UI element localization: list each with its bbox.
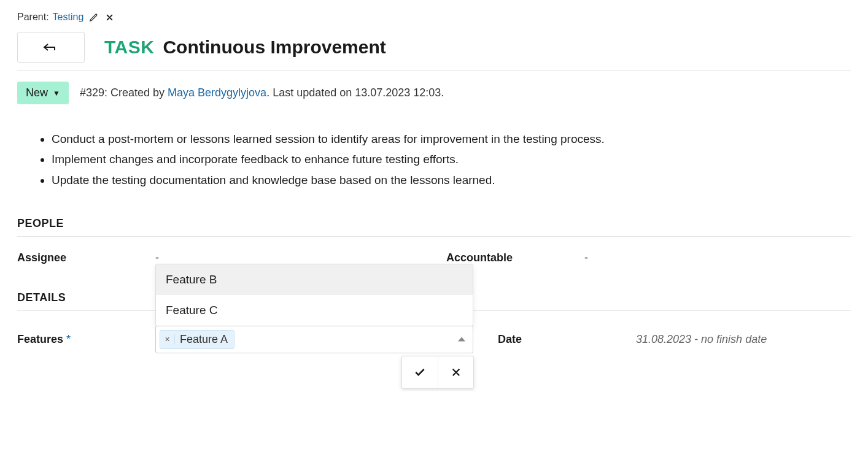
section-people-header: PEOPLE [17,217,851,237]
description: Conduct a post-mortem or lessons learned… [17,129,851,190]
features-input[interactable]: ×Feature A [155,326,473,353]
dropdown-option[interactable]: Feature C [156,295,473,326]
edit-icon[interactable] [87,11,99,23]
accountable-label: Accountable [446,251,584,264]
field-accountable[interactable]: Accountable - [446,245,851,270]
back-button[interactable] [17,32,85,63]
date-value: 31.08.2023 - no finish date [636,333,767,346]
author-link[interactable]: Maya Berdygylyjova [168,86,266,99]
features-label: Features * [17,333,155,346]
assignee-value: - [155,251,159,264]
description-item: Update the testing documentation and kno… [52,170,851,190]
status-dropdown[interactable]: New ▼ [17,82,69,104]
field-date[interactable]: Date 31.08.2023 - no finish date [498,320,851,359]
chevron-up-icon[interactable] [458,337,465,342]
chevron-down-icon: ▼ [53,89,60,98]
description-item: Conduct a post-mortem or lessons learned… [52,129,851,149]
type-badge: TASK [104,37,154,58]
chip-label: Feature A [180,333,228,346]
features-dropdown: Feature BFeature C [155,264,473,326]
page-title: Continuous Improvement [163,37,386,58]
chip-remove-icon[interactable]: × [164,334,175,344]
close-icon[interactable] [103,11,115,23]
accountable-value: - [584,251,588,264]
date-label: Date [498,333,636,346]
description-item: Implement changes and incorporate feedba… [52,149,851,169]
field-features: Features * Feature BFeature C ×Feature A [17,320,473,359]
status-label: New [26,86,48,99]
meta-text: #329: Created by Maya Berdygylyjova. Las… [80,86,444,99]
feature-chip: ×Feature A [160,330,234,349]
parent-link[interactable]: Testing [53,12,84,23]
cancel-button[interactable] [438,356,473,388]
confirm-button[interactable] [402,356,438,388]
dropdown-option[interactable]: Feature B [156,264,473,295]
assignee-label: Assignee [17,251,155,264]
parent-label: Parent: [17,12,49,23]
